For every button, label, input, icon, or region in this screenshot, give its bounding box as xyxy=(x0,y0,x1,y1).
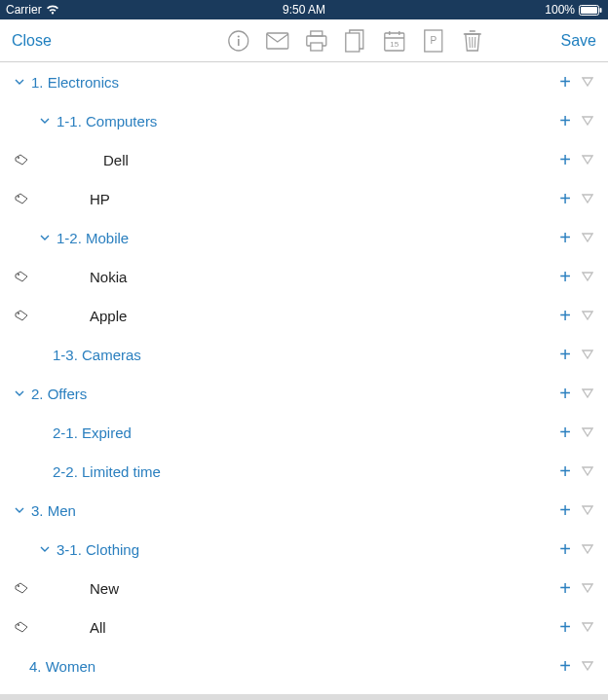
subcategory-row[interactable]: 1-2. Mobile + xyxy=(0,218,608,257)
tag-icon xyxy=(14,310,29,321)
expand-triangle-icon[interactable] xyxy=(577,233,598,242)
row-label: 2-1. Expired xyxy=(53,424,132,441)
page-icon[interactable]: P xyxy=(422,29,445,53)
expand-triangle-icon[interactable] xyxy=(577,272,598,281)
trash-icon[interactable] xyxy=(461,29,484,53)
close-button[interactable]: Close xyxy=(12,32,52,50)
item-row[interactable]: HP + xyxy=(0,179,608,218)
svg-point-28 xyxy=(18,624,19,626)
expand-triangle-icon[interactable] xyxy=(577,155,598,165)
chevron-down-icon[interactable] xyxy=(14,388,25,398)
expand-triangle-icon[interactable] xyxy=(577,661,598,671)
expand-triangle-icon[interactable] xyxy=(577,427,598,437)
svg-rect-7 xyxy=(311,31,323,36)
carrier-label: Carrier xyxy=(6,3,42,17)
add-button[interactable]: + xyxy=(553,305,577,327)
item-row[interactable]: Dell + xyxy=(0,140,608,179)
item-row[interactable]: New + xyxy=(0,569,608,608)
expand-triangle-icon[interactable] xyxy=(577,505,598,515)
row-label: HP xyxy=(90,191,110,207)
tag-icon xyxy=(14,621,29,633)
row-label: 1-2. Mobile xyxy=(57,230,129,246)
item-row[interactable]: Nokia + xyxy=(0,257,608,296)
toolbar: Close 15 P Save xyxy=(0,19,608,62)
svg-rect-10 xyxy=(346,33,360,52)
svg-point-26 xyxy=(18,313,19,314)
svg-point-25 xyxy=(18,274,19,276)
add-button[interactable]: + xyxy=(553,110,577,132)
row-label: All xyxy=(90,619,106,636)
add-button[interactable]: + xyxy=(553,266,577,288)
row-label: 2. Offers xyxy=(31,386,87,402)
expand-triangle-icon[interactable] xyxy=(577,388,598,398)
expand-triangle-icon[interactable] xyxy=(577,583,598,593)
expand-triangle-icon[interactable] xyxy=(577,350,598,359)
chevron-down-icon[interactable] xyxy=(14,505,25,515)
toolbar-icons: 15 P xyxy=(227,29,484,53)
add-button[interactable]: + xyxy=(553,538,577,561)
expand-triangle-icon[interactable] xyxy=(577,544,598,554)
subcategory-row[interactable]: 1-1. Computers + xyxy=(0,101,608,140)
add-button[interactable]: + xyxy=(553,499,577,522)
tag-icon xyxy=(14,582,29,594)
calendar-icon[interactable]: 15 xyxy=(383,29,406,53)
expand-triangle-icon[interactable] xyxy=(577,194,598,203)
category-row[interactable]: 3. Men + xyxy=(0,491,608,530)
expand-triangle-icon[interactable] xyxy=(577,311,598,320)
save-button[interactable]: Save xyxy=(561,32,596,50)
category-row[interactable]: 2. Offers + xyxy=(0,374,608,413)
category-row[interactable]: 1. Electronics + xyxy=(0,62,608,101)
print-icon[interactable] xyxy=(305,29,328,53)
row-label: Apple xyxy=(90,308,127,324)
mail-icon[interactable] xyxy=(266,29,289,53)
add-button[interactable]: + xyxy=(553,461,577,483)
add-button[interactable]: + xyxy=(553,655,577,678)
tree-list: 1. Electronics + 1-1. Computers + Dell +… xyxy=(0,62,608,700)
add-button[interactable]: + xyxy=(553,188,577,210)
status-time: 9:50 AM xyxy=(283,3,325,17)
bottom-border xyxy=(0,694,608,700)
expand-triangle-icon[interactable] xyxy=(577,622,598,632)
subcategory-row[interactable]: 1-3. Cameras + xyxy=(0,335,608,374)
chevron-down-icon[interactable] xyxy=(39,544,51,554)
subcategory-row[interactable]: 2-1. Expired + xyxy=(0,413,608,452)
svg-line-20 xyxy=(470,37,471,48)
add-button[interactable]: + xyxy=(553,344,577,366)
copy-icon[interactable] xyxy=(344,29,367,53)
add-button[interactable]: + xyxy=(553,149,577,171)
add-button[interactable]: + xyxy=(553,383,577,405)
svg-rect-6 xyxy=(267,33,288,49)
item-row[interactable]: All + xyxy=(0,608,608,646)
row-label: Dell xyxy=(90,152,129,168)
svg-text:P: P xyxy=(430,35,437,46)
wifi-icon xyxy=(46,5,59,15)
subcategory-row[interactable]: 3-1. Clothing + xyxy=(0,530,608,569)
add-button[interactable]: + xyxy=(553,71,577,93)
add-button[interactable]: + xyxy=(553,227,577,249)
chevron-down-icon[interactable] xyxy=(39,233,51,242)
add-button[interactable]: + xyxy=(553,616,577,639)
expand-triangle-icon[interactable] xyxy=(577,77,598,87)
svg-point-23 xyxy=(18,157,19,159)
svg-point-24 xyxy=(18,196,19,198)
item-row[interactable]: Apple + xyxy=(0,296,608,335)
add-button[interactable]: + xyxy=(553,577,577,600)
chevron-down-icon[interactable] xyxy=(39,116,51,126)
status-bar: Carrier 9:50 AM 100% xyxy=(0,0,608,19)
svg-rect-5 xyxy=(238,39,240,46)
info-icon[interactable] xyxy=(227,29,250,53)
expand-triangle-icon[interactable] xyxy=(577,116,598,126)
category-row[interactable]: 4. Women + xyxy=(0,646,608,685)
battery-icon xyxy=(579,5,602,16)
svg-rect-9 xyxy=(311,43,323,51)
battery-percent: 100% xyxy=(545,3,575,17)
svg-text:15: 15 xyxy=(390,40,399,49)
row-label: 1-1. Computers xyxy=(57,113,157,129)
subcategory-row[interactable]: 2-2. Limited time + xyxy=(0,452,608,491)
row-label: 3-1. Clothing xyxy=(57,541,139,558)
tag-icon xyxy=(14,193,29,204)
svg-rect-1 xyxy=(581,7,597,14)
chevron-down-icon[interactable] xyxy=(14,77,25,87)
add-button[interactable]: + xyxy=(553,422,577,444)
expand-triangle-icon[interactable] xyxy=(577,466,598,476)
